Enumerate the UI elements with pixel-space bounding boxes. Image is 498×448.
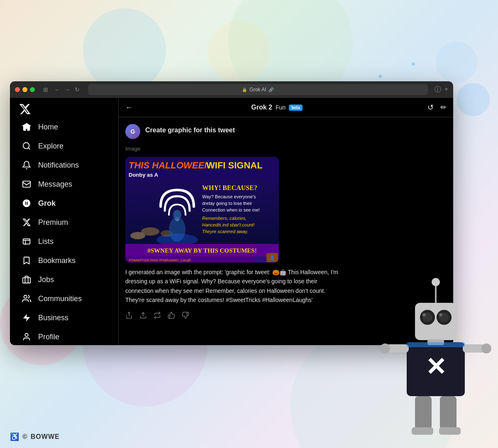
browser-actions: ⓘ + bbox=[435, 85, 448, 94]
svg-text:#SweetTrick #ioie #Halloween_L: #SweetTrick #ioie #Halloween_Laugh bbox=[129, 258, 191, 262]
svg-point-21 bbox=[173, 210, 181, 220]
user-message-text: Create graphic for this tweet bbox=[145, 124, 235, 134]
communities-label: Communities bbox=[38, 295, 82, 303]
sidebar-item-business[interactable]: Business bbox=[17, 309, 112, 327]
svg-text:Remembers, calories,: Remembers, calories, bbox=[202, 216, 247, 221]
grok-title: Grok 2 bbox=[251, 104, 272, 111]
grok-response-text: I generated an image with the prompt: 'g… bbox=[125, 268, 341, 305]
info-icon[interactable]: ⓘ bbox=[435, 85, 441, 94]
generated-halloween-image: THIS HALLOWEEN Donby as A WIFI SIGNAL bbox=[125, 157, 279, 263]
svg-point-53 bbox=[481, 343, 491, 353]
lock-icon: 🔒 bbox=[242, 88, 247, 92]
back-button[interactable]: ← bbox=[125, 103, 133, 112]
compose-icon[interactable]: ✏ bbox=[440, 103, 447, 112]
browser-nav: ← → ↻ bbox=[53, 85, 81, 94]
chevron-down-icon[interactable]: ▾ bbox=[307, 105, 309, 110]
grok-label: Grok bbox=[38, 199, 56, 208]
community-icon bbox=[22, 294, 32, 304]
maximize-button-dot[interactable] bbox=[30, 87, 35, 92]
sidebar-item-communities[interactable]: Communities bbox=[17, 290, 112, 308]
profile-label: Profile bbox=[38, 333, 59, 341]
grok-response: Image bbox=[125, 146, 447, 319]
browser-chrome: ⊞ ← → ↻ 🔒 Grok AI 🔗 ⓘ + bbox=[10, 81, 453, 98]
twitter-sidebar: Home Explore Notifications Messages bbox=[10, 98, 119, 345]
bookmark-icon bbox=[22, 256, 32, 265]
sidebar-item-profile[interactable]: Profile bbox=[17, 328, 112, 345]
twitter-logo[interactable] bbox=[17, 103, 33, 115]
user-message: G Create graphic for this tweet bbox=[125, 124, 447, 139]
new-tab-icon[interactable]: + bbox=[444, 85, 448, 94]
person-icon bbox=[22, 332, 32, 342]
svg-point-0 bbox=[23, 143, 29, 149]
sidebar-item-notifications[interactable]: Notifications bbox=[17, 156, 112, 174]
browser-traffic-lights bbox=[15, 87, 35, 92]
grok-icon bbox=[22, 198, 32, 208]
sidebar-item-lists[interactable]: Lists bbox=[17, 232, 112, 251]
svg-text:#SWNEY AWAY BY THIS COSTUMES!: #SWNEY AWAY BY THIS COSTUMES! bbox=[147, 247, 256, 254]
sidebar-item-jobs[interactable]: Jobs bbox=[17, 270, 112, 289]
sidebar-item-grok[interactable]: Grok bbox=[17, 194, 112, 212]
retweet-icon[interactable] bbox=[154, 312, 161, 319]
forward-button[interactable]: → bbox=[63, 85, 71, 94]
grok-title-area: Grok 2 Fun beta ▾ bbox=[138, 104, 422, 111]
bowwe-accessibility-icon: ♿ bbox=[10, 432, 19, 441]
messages-label: Messages bbox=[38, 180, 72, 189]
premium-label: Premium bbox=[38, 218, 68, 227]
refresh-button[interactable]: ↻ bbox=[73, 85, 81, 94]
sidebar-item-bookmarks[interactable]: Bookmarks bbox=[17, 251, 112, 270]
premium-x-icon bbox=[22, 217, 32, 227]
browser-content: Home Explore Notifications Messages bbox=[10, 98, 453, 345]
dislike-icon[interactable] bbox=[182, 312, 189, 319]
grok-fun-label: Fun bbox=[276, 104, 286, 111]
sidebar-item-home[interactable]: Home bbox=[17, 118, 112, 136]
svg-point-5 bbox=[25, 334, 28, 336]
minimize-button-dot[interactable] bbox=[22, 87, 27, 92]
user-avatar: G bbox=[125, 124, 140, 139]
home-icon bbox=[22, 122, 32, 132]
browser-window: ⊞ ← → ↻ 🔒 Grok AI 🔗 ⓘ + bbox=[10, 81, 453, 345]
main-content: ← Grok 2 Fun beta ▾ ↺ ✏ G Create graphic… bbox=[119, 98, 453, 345]
bowwe-cc-icon: © bbox=[22, 433, 27, 441]
search-icon bbox=[22, 141, 32, 151]
svg-text:WIFI SIGNAL: WIFI SIGNAL bbox=[206, 160, 263, 170]
svg-rect-3 bbox=[23, 278, 30, 283]
svg-rect-51 bbox=[463, 344, 486, 353]
svg-text:Donby as A: Donby as A bbox=[129, 172, 159, 178]
address-text: Grok AI bbox=[249, 87, 266, 93]
svg-text:Connection when io see me!: Connection when io see me! bbox=[202, 207, 260, 212]
sidebar-item-messages[interactable]: Messages bbox=[17, 175, 112, 193]
link-icon: 🔗 bbox=[269, 88, 273, 92]
lightning-icon bbox=[22, 313, 32, 323]
grok-conversation: G Create graphic for this tweet Image bbox=[119, 117, 453, 345]
grok-header: ← Grok 2 Fun beta ▾ ↺ ✏ bbox=[119, 98, 453, 117]
svg-point-18 bbox=[130, 232, 145, 239]
sidebar-item-premium[interactable]: Premium bbox=[17, 213, 112, 231]
notifications-label: Notifications bbox=[38, 161, 79, 170]
history-icon[interactable]: ↺ bbox=[427, 103, 434, 112]
bowwe-brand: BOWWE bbox=[31, 433, 60, 441]
mail-icon bbox=[22, 179, 32, 189]
upload-icon[interactable] bbox=[139, 312, 147, 319]
like-icon[interactable] bbox=[168, 312, 175, 319]
image-label: Image bbox=[125, 146, 447, 152]
lists-label: Lists bbox=[38, 237, 54, 246]
action-buttons bbox=[125, 310, 447, 319]
share-icon[interactable] bbox=[125, 312, 133, 319]
grok-header-actions: ↺ ✏ bbox=[427, 103, 447, 112]
close-button-dot[interactable] bbox=[15, 87, 20, 92]
home-label: Home bbox=[38, 123, 58, 131]
svg-text:THIS HALLOWEEN: THIS HALLOWEEN bbox=[129, 160, 211, 170]
bookmarks-label: Bookmarks bbox=[38, 256, 76, 265]
svg-text:Hancedls ind sbar't count!: Hancedls ind sbar't count! bbox=[202, 222, 254, 227]
explore-label: Explore bbox=[38, 142, 63, 151]
back-button[interactable]: ← bbox=[53, 85, 61, 94]
address-bar[interactable]: 🔒 Grok AI 🔗 bbox=[88, 84, 428, 95]
jobs-label: Jobs bbox=[38, 275, 54, 284]
bowwe-footer: ♿ © BOWWE bbox=[10, 432, 60, 441]
svg-text:👤: 👤 bbox=[269, 255, 275, 261]
svg-point-4 bbox=[24, 295, 27, 298]
svg-text:Way? Because everyone's: Way? Because everyone's bbox=[202, 194, 256, 199]
svg-text:WHY! BECAUSE?: WHY! BECAUSE? bbox=[202, 184, 257, 191]
sidebar-item-explore[interactable]: Explore bbox=[17, 137, 112, 155]
sidebar-toggle-button[interactable]: ⊞ bbox=[42, 85, 50, 94]
